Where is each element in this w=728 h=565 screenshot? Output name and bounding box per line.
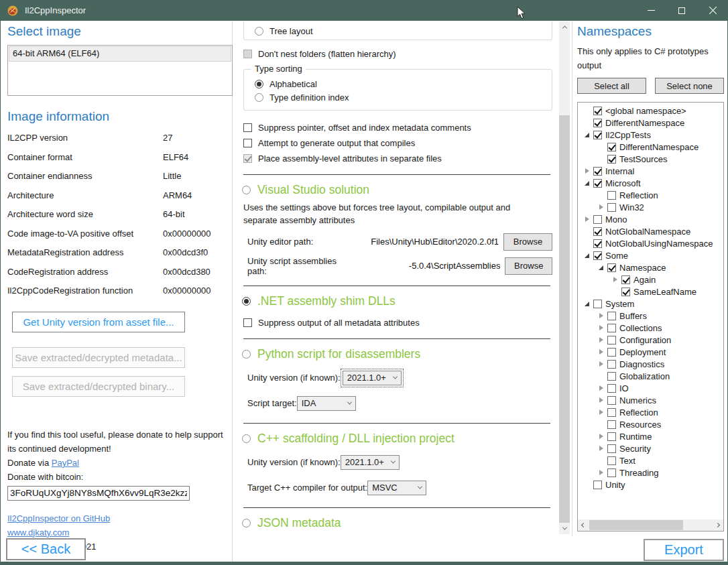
tree-expander-icon[interactable] [595, 359, 607, 369]
tree-checkbox[interactable] [607, 408, 616, 417]
namespaces-tree[interactable]: <global namespace> DifferentNamespace Il… [577, 102, 724, 531]
back-button[interactable]: << Back [6, 538, 86, 560]
tree-checkbox[interactable] [607, 324, 616, 332]
website-link[interactable]: www.djkaty.com [7, 527, 69, 538]
scroll-down-button[interactable] [559, 523, 570, 534]
tree-checkbox[interactable] [607, 312, 616, 320]
tree-expander-icon[interactable] [581, 250, 593, 261]
image-listbox[interactable]: 64-bit ARM64 (ELF64) [7, 45, 233, 96]
export-button[interactable]: Export [644, 539, 724, 561]
tree-checkbox[interactable] [607, 263, 616, 272]
tree-item-label[interactable]: Threading [619, 468, 659, 478]
tree-expander-icon[interactable] [595, 153, 607, 164]
type-def-index-option[interactable]: Type definition index [255, 90, 552, 104]
tree-item[interactable]: Namespace [578, 261, 723, 273]
suppress-comments-checkbox[interactable] [243, 123, 252, 132]
tree-checkbox[interactable] [593, 179, 602, 188]
cpp-unity-version-select[interactable]: 2021.1.0+ [341, 455, 400, 470]
tree-checkbox[interactable] [607, 360, 616, 369]
alphabetical-option[interactable]: Alphabetical [255, 77, 552, 90]
tree-item[interactable]: Threading [578, 466, 723, 479]
tree-expander-icon[interactable] [595, 383, 607, 393]
tree-expander-icon[interactable] [595, 322, 607, 333]
tree-item[interactable]: SameLeafName [578, 286, 723, 298]
cpp-scaffolding-option[interactable]: C++ scaffolding / DLL injection project [242, 432, 559, 446]
close-button[interactable] [697, 0, 728, 21]
tree-expander-icon[interactable] [595, 371, 607, 381]
tree-item[interactable]: Numerics [578, 394, 723, 406]
tree-expander-icon[interactable] [595, 141, 607, 152]
minimize-button[interactable] [635, 0, 666, 21]
tree-item[interactable]: System [578, 298, 723, 310]
tree-item-label[interactable]: SameLeafName [633, 287, 696, 297]
tree-item-label[interactable]: Reflection [619, 190, 658, 200]
tree-item[interactable]: Microsoft [578, 177, 723, 189]
json-metadata-option[interactable]: JSON metadata [242, 516, 559, 530]
tree-expander-icon[interactable] [581, 238, 593, 249]
tree-item[interactable]: Reflection [578, 189, 723, 201]
tree-expander-icon[interactable] [581, 298, 593, 309]
tree-checkbox[interactable] [607, 420, 616, 429]
tree-checkbox[interactable] [593, 251, 602, 260]
tree-checkbox[interactable] [593, 107, 602, 115]
tree-item-label[interactable]: Runtime [619, 432, 652, 442]
tree-item-label[interactable]: NotGlobalNamespace [605, 227, 690, 237]
scroll-left-button[interactable] [578, 519, 589, 531]
options-scrollbar[interactable] [559, 21, 570, 534]
tree-expander-icon[interactable] [609, 274, 621, 285]
tree-expander-icon[interactable] [595, 407, 607, 418]
tree-checkbox[interactable] [593, 481, 602, 489]
script-assemblies-path-input[interactable] [355, 260, 503, 271]
type-def-index-radio[interactable] [255, 93, 263, 102]
tree-checkbox[interactable] [607, 468, 616, 477]
tree-checkbox[interactable] [607, 336, 616, 344]
suppress-attrs-checkbox[interactable] [243, 318, 252, 327]
tree-expander-icon[interactable] [595, 455, 607, 466]
tree-expander-icon[interactable] [595, 310, 607, 321]
tree-expander-icon[interactable] [581, 214, 593, 225]
tree-expander-icon[interactable] [609, 286, 621, 297]
tree-item[interactable]: Win32 [578, 201, 723, 213]
tree-item-label[interactable]: Unity [605, 480, 625, 490]
tree-expander-icon[interactable] [595, 467, 607, 478]
tree-item[interactable]: Unity [578, 479, 723, 491]
tree-expander-icon[interactable] [595, 262, 607, 273]
tree-item[interactable]: Deployment [578, 346, 723, 358]
maximize-button[interactable] [666, 0, 697, 21]
tree-expander-icon[interactable] [595, 190, 607, 200]
tree-checkbox[interactable] [621, 275, 630, 284]
paypal-link[interactable]: PayPal [52, 458, 79, 468]
tree-expander-icon[interactable] [595, 202, 607, 212]
tree-checkbox[interactable] [607, 155, 616, 164]
tree-item[interactable]: NotGlobalUsingNamespace [578, 237, 723, 249]
tree-item-label[interactable]: Microsoft [605, 178, 641, 188]
tree-checkbox[interactable] [607, 444, 616, 453]
tree-checkbox[interactable] [593, 131, 602, 139]
tree-item[interactable]: Some [578, 249, 723, 261]
tree-checkbox[interactable] [593, 215, 602, 224]
tree-item-label[interactable]: Resources [619, 420, 661, 430]
python-script-radio[interactable] [242, 350, 251, 359]
tree-item-label[interactable]: Buffers [619, 311, 647, 321]
tree-layout-radio[interactable] [255, 27, 263, 36]
select-none-button[interactable]: Select none [655, 78, 724, 94]
bitcoin-address-input[interactable] [7, 486, 190, 501]
script-target-select[interactable]: IDA [297, 396, 356, 411]
tree-expander-icon[interactable] [581, 226, 593, 237]
image-list-item[interactable]: 64-bit ARM64 (ELF64) [9, 46, 231, 62]
tree-horizontal-scrollbar[interactable] [578, 519, 723, 531]
vs-solution-radio[interactable] [242, 186, 251, 194]
unity-editor-path-input[interactable] [348, 236, 501, 247]
tree-checkbox[interactable] [593, 167, 602, 176]
tree-item[interactable]: Again [578, 273, 723, 286]
browse-assemblies-path-button[interactable]: Browse [505, 257, 552, 275]
tree-expander-icon[interactable] [581, 105, 593, 116]
tree-item-label[interactable]: IO [619, 383, 629, 393]
tree-item-label[interactable]: Deployment [619, 347, 666, 357]
tree-item[interactable]: Configuration [578, 334, 723, 346]
tree-item-label[interactable]: Numerics [619, 395, 656, 405]
browse-editor-path-button[interactable]: Browse [503, 233, 552, 251]
tree-item[interactable]: Mono [578, 213, 723, 225]
tree-item-label[interactable]: TestSources [619, 154, 668, 164]
cpp-compiler-select[interactable]: MSVC [367, 481, 426, 495]
